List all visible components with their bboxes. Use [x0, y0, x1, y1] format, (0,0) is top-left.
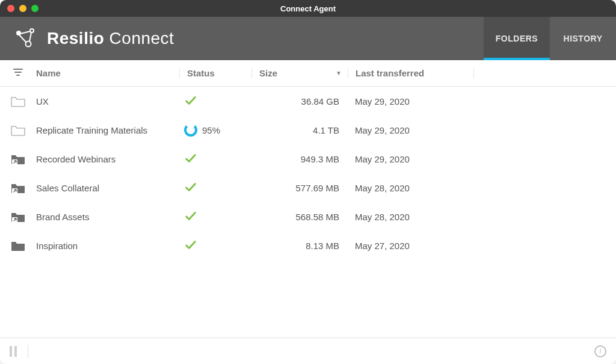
- row-icon-cell: [0, 94, 36, 108]
- titlebar[interactable]: Connect Agent: [0, 0, 616, 17]
- pause-button[interactable]: [10, 346, 17, 357]
- tab-history[interactable]: HISTORY: [550, 17, 616, 60]
- column-size-label: Size: [259, 68, 277, 78]
- row-size: 568.58 MB: [251, 212, 348, 222]
- main-tabs: FOLDERS HISTORY: [484, 17, 616, 60]
- svg-line-3: [20, 31, 30, 34]
- row-date: May 29, 2020: [348, 96, 474, 106]
- row-date: May 29, 2020: [348, 125, 474, 135]
- status-bar: i: [0, 338, 616, 364]
- row-status: [179, 209, 251, 224]
- row-status: [179, 238, 251, 253]
- app-header: Resilio Connect FOLDERS HISTORY: [0, 17, 616, 60]
- table-row[interactable]: Recorded Webinars949.3 MBMay 29, 2020: [0, 144, 616, 173]
- folder-outline-icon: [10, 94, 26, 108]
- brand: Resilio Connect: [0, 17, 174, 60]
- folder-outline-icon: [10, 123, 26, 137]
- checkmark-icon: [184, 94, 197, 109]
- table-row[interactable]: Brand Assets568.58 MBMay 28, 2020: [0, 202, 616, 231]
- folder-solid-icon: [10, 239, 26, 252]
- row-name: Recorded Webinars: [36, 154, 179, 164]
- row-size: 949.3 MB: [251, 154, 348, 164]
- row-icon-cell: [0, 123, 36, 137]
- checkmark-icon: [184, 152, 197, 167]
- column-size[interactable]: Size ▼: [251, 68, 348, 78]
- checkmark-icon: [184, 238, 197, 253]
- svg-point-1: [30, 29, 34, 32]
- app-window: Connect Agent Resilio Connect FOLDERS HI…: [0, 0, 616, 364]
- row-size: 8.13 MB: [251, 241, 348, 251]
- separator: [28, 345, 28, 358]
- folder-shortcut-icon: [10, 181, 26, 194]
- row-status: [179, 152, 251, 167]
- row-icon-cell: [0, 152, 36, 165]
- checkmark-icon: [184, 209, 197, 224]
- row-icon-cell: [0, 210, 36, 223]
- svg-point-0: [16, 31, 21, 35]
- row-status: 95%: [179, 123, 251, 137]
- row-size: 36.84 GB: [251, 96, 348, 106]
- row-name: Replicate Training Materials: [36, 125, 179, 135]
- row-date: May 28, 2020: [348, 183, 474, 193]
- sync-progress-icon: [184, 123, 197, 137]
- row-name: UX: [36, 96, 179, 106]
- column-last-transferred[interactable]: Last transferred: [348, 68, 474, 78]
- row-name: Sales Collateral: [36, 183, 179, 193]
- column-name[interactable]: Name: [36, 68, 179, 78]
- folder-shortcut-icon: [10, 152, 26, 165]
- row-size: 4.1 TB: [251, 125, 348, 135]
- table-row[interactable]: Sales Collateral577.69 MBMay 28, 2020: [0, 173, 616, 202]
- window-title: Connect Agent: [0, 4, 616, 13]
- sort-descending-icon: ▼: [336, 70, 342, 76]
- column-status[interactable]: Status: [179, 68, 251, 78]
- progress-percent: 95%: [202, 125, 220, 135]
- filter-button[interactable]: [0, 67, 36, 79]
- resilio-logo-icon: [12, 24, 38, 53]
- row-date: May 27, 2020: [348, 241, 474, 251]
- svg-line-4: [19, 35, 26, 43]
- svg-line-5: [29, 32, 31, 42]
- row-name: Brand Assets: [36, 212, 179, 222]
- filter-icon: [13, 67, 23, 79]
- row-status: [179, 94, 251, 109]
- table-row[interactable]: UX36.84 GBMay 29, 2020: [0, 87, 616, 116]
- folder-list: UX36.84 GBMay 29, 2020Replicate Training…: [0, 87, 616, 338]
- row-date: May 28, 2020: [348, 212, 474, 222]
- column-header-row: Name Status Size ▼ Last transferred: [0, 60, 616, 87]
- row-size: 577.69 MB: [251, 183, 348, 193]
- folder-shortcut-icon: [10, 210, 26, 223]
- brand-name: Resilio Connect: [47, 29, 174, 48]
- row-name: Inspiration: [36, 241, 179, 251]
- row-icon-cell: [0, 181, 36, 194]
- info-button[interactable]: i: [594, 345, 606, 357]
- tab-folders[interactable]: FOLDERS: [484, 17, 550, 60]
- table-row[interactable]: Inspiration8.13 MBMay 27, 2020: [0, 231, 616, 260]
- row-status: [179, 180, 251, 196]
- row-icon-cell: [0, 239, 36, 252]
- table-row[interactable]: Replicate Training Materials95%4.1 TBMay…: [0, 116, 616, 144]
- checkmark-icon: [184, 180, 197, 196]
- row-date: May 29, 2020: [348, 154, 474, 164]
